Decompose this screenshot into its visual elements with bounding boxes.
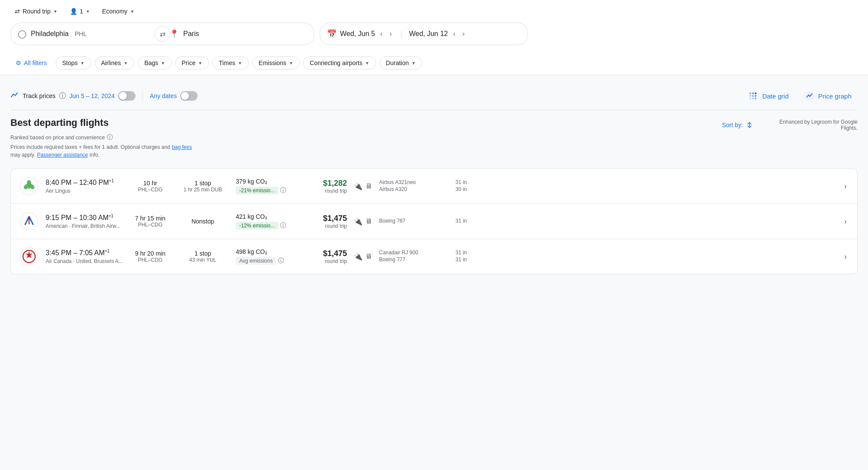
connecting-airports-chevron: ▼ xyxy=(365,61,370,66)
depart-next-button[interactable]: › xyxy=(388,28,393,39)
expand-button[interactable]: › xyxy=(842,215,848,228)
swap-button[interactable]: ⇄ xyxy=(155,26,170,42)
flight-row[interactable]: 9:15 PM – 10:30 AM+1 American · Finnair,… xyxy=(11,204,857,239)
price-type: round trip xyxy=(304,188,347,194)
air-canada-logo xyxy=(20,247,38,266)
flight-amenities: 🔌 🖥 xyxy=(354,217,372,226)
legroom-2: 31 in xyxy=(455,256,477,263)
emissions-info-icon[interactable]: ⓘ xyxy=(278,257,284,264)
return-date-section: Wed, Jun 12 ‹ › xyxy=(409,28,466,39)
track-prices-info-icon[interactable]: ⓘ xyxy=(59,92,66,101)
flight-row[interactable]: 3:45 PM – 7:05 AM+1 Air Canada · United,… xyxy=(11,239,857,274)
price-filter[interactable]: Price ▼ xyxy=(175,56,209,69)
svg-rect-7 xyxy=(752,98,754,99)
day-offset: +1 xyxy=(109,214,113,218)
round-trip-selector[interactable]: ⇄ Round trip ▼ xyxy=(10,5,62,17)
depart-prev-button[interactable]: ‹ xyxy=(379,28,384,39)
emissions-badge: Avg emissions xyxy=(236,257,276,265)
sort-row: Best departing flights Ranked based on p… xyxy=(10,117,858,161)
cabin-class-selector[interactable]: Economy ▼ xyxy=(98,5,139,17)
destination-icon: 📍 xyxy=(169,29,179,39)
svg-rect-4 xyxy=(752,95,754,97)
stops-detail: 43 min YUL xyxy=(177,257,229,263)
departure-time: 9:15 PM – 10:30 AM xyxy=(46,214,109,222)
all-filters-label: All filters xyxy=(24,59,47,66)
return-prev-button[interactable]: ‹ xyxy=(451,28,457,39)
bags-filter[interactable]: Bags ▼ xyxy=(138,56,172,69)
emissions-info-icon[interactable]: ⓘ xyxy=(280,187,286,194)
svg-rect-2 xyxy=(755,92,756,94)
legroom-1: 31 in xyxy=(455,218,477,224)
price-graph-label: Price graph xyxy=(818,92,851,100)
day-offset: +1 xyxy=(109,178,114,183)
connecting-airports-filter[interactable]: Connecting airports ▼ xyxy=(303,56,376,69)
track-prices-label: Track prices xyxy=(23,92,56,99)
all-filters-button[interactable]: ⚙ All filters xyxy=(10,57,52,69)
departure-time: 8:40 PM – 12:40 PM xyxy=(46,179,109,187)
any-dates-toggle[interactable] xyxy=(180,91,198,101)
screen-icon: 🖥 xyxy=(365,217,372,225)
track-prices-divider xyxy=(142,91,143,101)
section-description: Ranked based on price and convenience ⓘ … xyxy=(10,134,271,160)
flight-price: $1,475 round trip xyxy=(304,214,347,229)
emissions-value: 379 kg CO₂ xyxy=(236,178,297,185)
american-airlines-logo xyxy=(20,212,38,230)
destination-input[interactable]: 📍 Paris xyxy=(162,29,314,39)
passengers-selector[interactable]: 👤 1 ▼ xyxy=(66,5,95,17)
emissions-filter[interactable]: Emissions ▼ xyxy=(252,56,300,69)
location-container: ◯ Philadelphia PHL ⇄ 📍 Paris xyxy=(10,23,314,45)
origin-icon: ◯ xyxy=(18,29,26,39)
may-apply-text: may apply. xyxy=(10,152,35,158)
date-grid-icon xyxy=(748,91,759,101)
bag-fees-link[interactable]: bag fees xyxy=(172,144,192,150)
passenger-assist-link[interactable]: Passenger assistance xyxy=(37,152,88,158)
duration-route: PHL–CDG xyxy=(131,257,170,263)
emissions-value: 421 kg CO₂ xyxy=(236,213,297,220)
flight-row[interactable]: 8:40 PM – 12:40 PM+1 Aer Lingus 10 hr PH… xyxy=(11,169,857,204)
flight-legroom: 31 in 31 in xyxy=(455,250,477,263)
airlines-chevron: ▼ xyxy=(124,61,128,66)
destination-city: Paris xyxy=(183,30,199,38)
airlines-filter[interactable]: Airlines ▼ xyxy=(95,56,135,69)
departure-time: 3:45 PM – 7:05 AM xyxy=(46,250,105,257)
times-filter-label: Times xyxy=(219,59,235,66)
track-prices-toggle[interactable] xyxy=(118,91,135,101)
power-icon: 🔌 xyxy=(354,253,363,261)
aircraft-2: Airbus A320 xyxy=(379,186,449,192)
any-dates-label[interactable]: Any dates xyxy=(150,92,177,99)
date-grid-button[interactable]: Date grid xyxy=(742,87,795,105)
sort-by-label: Sort by: xyxy=(722,122,743,128)
prices-text: Prices include required taxes + fees for… xyxy=(10,144,170,150)
flight-aircraft: Airbus A321neo Airbus A320 xyxy=(379,179,449,193)
power-icon: 🔌 xyxy=(354,182,363,191)
flight-emissions: 379 kg CO₂ -21% emissio... ⓘ xyxy=(236,178,297,194)
emissions-info-icon[interactable]: ⓘ xyxy=(280,222,286,229)
stops-filter[interactable]: Stops ▼ xyxy=(56,56,91,69)
duration-chevron: ▼ xyxy=(412,61,416,66)
return-next-button[interactable]: › xyxy=(461,28,466,39)
legroom-1: 31 in xyxy=(455,179,477,185)
date-container[interactable]: 📅 Wed, Jun 5 ‹ › | Wed, Jun 12 ‹ › xyxy=(320,23,528,45)
track-prices-date-range[interactable]: Jun 5 – 12, 2024 xyxy=(69,92,115,99)
price-filter-label: Price xyxy=(182,59,195,66)
duration-value: 10 hr xyxy=(131,180,170,187)
legroom-1: 31 in xyxy=(455,250,477,256)
round-trip-icon: ⇄ xyxy=(15,8,20,15)
price-graph-button[interactable]: Price graph xyxy=(798,87,858,105)
expand-button[interactable]: › xyxy=(842,250,848,263)
date-separator: | xyxy=(400,30,402,37)
flight-time-range: 3:45 PM – 7:05 AM+1 xyxy=(46,249,124,257)
expand-button[interactable]: › xyxy=(842,180,848,193)
sort-by-button[interactable]: Sort by: xyxy=(722,121,753,129)
ranked-info-icon[interactable]: ⓘ xyxy=(107,134,113,141)
airline-name: American · Finnair, British Airw... xyxy=(46,223,124,229)
origin-input[interactable]: ◯ Philadelphia PHL xyxy=(11,29,162,39)
price-value: $1,475 xyxy=(304,249,347,258)
duration-filter[interactable]: Duration ▼ xyxy=(380,56,422,69)
times-filter[interactable]: Times ▼ xyxy=(212,56,249,69)
stops-chevron: ▼ xyxy=(80,61,85,66)
bags-chevron: ▼ xyxy=(161,61,165,66)
flight-price: $1,282 round trip xyxy=(304,179,347,194)
ranked-text: Ranked based on price and convenience xyxy=(10,135,105,141)
grid-graph-section: Date grid Price graph xyxy=(742,87,858,105)
